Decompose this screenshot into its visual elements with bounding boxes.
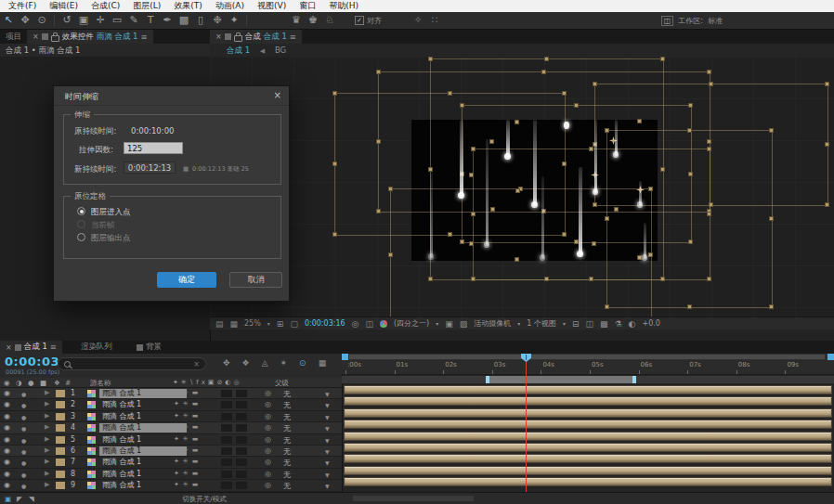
switch-box[interactable]	[236, 459, 247, 466]
switch-box[interactable]	[221, 401, 232, 408]
expand-arrow-icon[interactable]: ▶	[45, 470, 49, 477]
layer-handle[interactable]	[660, 57, 665, 61]
switch-box[interactable]	[236, 447, 247, 455]
layer-handle[interactable]	[515, 120, 519, 124]
layer-handle[interactable]	[332, 162, 337, 166]
switch-box[interactable]	[221, 436, 232, 444]
label-color-chip[interactable]	[56, 471, 65, 478]
parent-dropdown-icon[interactable]: ▼	[325, 472, 330, 478]
switch-box[interactable]	[221, 482, 232, 489]
layer-duration-bar-8[interactable]	[344, 466, 832, 475]
expand-arrow-icon[interactable]: ▶	[45, 481, 49, 488]
label-color-chip[interactable]	[56, 390, 65, 397]
eye-icon[interactable]: ◉	[4, 412, 10, 420]
layer-handle[interactable]	[707, 277, 711, 281]
layer-switches[interactable]: ✦✳▬	[174, 389, 202, 396]
expand-arrow-icon[interactable]: ▶	[45, 400, 49, 407]
menu-item-1[interactable]: 编辑(E)	[43, 0, 85, 12]
bottom-scrollbar[interactable]	[353, 496, 474, 501]
layer-handle[interactable]	[637, 119, 642, 123]
layer-handle[interactable]	[428, 57, 433, 61]
expand-arrow-icon[interactable]: ▶	[45, 412, 49, 420]
parent-value[interactable]: 无	[283, 446, 291, 457]
toggle-switches-label[interactable]: 切换开关/模式	[149, 495, 260, 504]
text-tool-icon[interactable]: T	[142, 12, 159, 29]
menu-item-8[interactable]: 帮助(H)	[322, 0, 365, 12]
parent-pickwhip-icon[interactable]: ◎	[265, 389, 271, 397]
resolution-value[interactable]: (四分之一)	[394, 318, 429, 329]
layer-row-7[interactable]: ◉●▶7雨滴 合成 1✦✳▬◎无▼	[0, 457, 342, 468]
layer-handle[interactable]	[469, 173, 474, 177]
flowchart-icon[interactable]: ⚗	[615, 319, 622, 329]
hand-tool-icon[interactable]: ✥	[17, 12, 33, 29]
parent-dropdown-icon[interactable]: ▼	[325, 391, 330, 397]
layer-duration-bar-9[interactable]	[344, 477, 832, 486]
views-dropdown-icon[interactable]: ▾	[563, 320, 566, 327]
layer-switches[interactable]: ✦✳▬	[174, 435, 202, 443]
parent-value[interactable]: 无	[283, 400, 291, 410]
exposure-value[interactable]: +0.0	[642, 319, 659, 328]
eye-icon[interactable]: ◉	[4, 435, 10, 444]
puppet-pin-tool-icon[interactable]: ✦	[226, 12, 242, 29]
expand-arrow-icon[interactable]: ▶	[45, 423, 49, 431]
menu-item-0[interactable]: 文件(F)	[2, 0, 43, 12]
magnification-icon[interactable]: ▦	[230, 319, 239, 329]
eye-icon[interactable]: ◉	[4, 446, 10, 455]
zoom-dropdown-icon[interactable]: ▾	[267, 320, 270, 327]
switch-box[interactable]	[221, 413, 232, 420]
switch-box[interactable]	[221, 447, 232, 455]
eye-icon[interactable]: ◉	[4, 470, 10, 478]
tab-bg-comp[interactable]: 背景	[131, 341, 167, 354]
channel-icon[interactable]	[380, 320, 387, 328]
scrollbar-right-handle[interactable]	[827, 354, 834, 360]
transparency-grid-icon[interactable]: ▨	[460, 319, 468, 329]
eye-icon[interactable]: ◉	[4, 389, 10, 397]
menu-item-3[interactable]: 图层(L)	[126, 0, 167, 12]
source-name-column[interactable]: 源名称	[90, 379, 111, 388]
time-ruler[interactable]: :00s01s02s03s04s05s06s07s08s09s10s	[342, 360, 834, 375]
audio-icon[interactable]: ●	[21, 437, 26, 444]
layer-handle[interactable]	[471, 277, 476, 281]
expand-arrow-icon[interactable]: ▶	[45, 446, 49, 454]
parent-pickwhip-icon[interactable]: ◎	[265, 446, 271, 455]
layer-handle[interactable]	[428, 167, 433, 172]
audio-icon[interactable]: ●	[21, 448, 26, 455]
switch-box[interactable]	[236, 471, 247, 478]
tab-render-queue[interactable]: 渲染队列	[75, 341, 118, 354]
layer-row-4[interactable]: ◉●▶4雨滴 合成 1✦✳▬◎无▼	[0, 422, 342, 433]
graph-editor-icon[interactable]: ⊙	[299, 358, 306, 368]
pixel-aspect-icon[interactable]: ⊟	[572, 319, 580, 329]
layer-row-3[interactable]: ◉●▶3雨滴 合成 1✦✳▬◎无▼	[0, 411, 342, 422]
pan-behind-tool-icon[interactable]: ✛	[92, 12, 109, 29]
scrollbar-track[interactable]	[349, 355, 825, 359]
layer-handle[interactable]	[825, 82, 829, 86]
rotate-tool-icon[interactable]: ↺	[59, 12, 75, 29]
parent-value[interactable]: 无	[283, 435, 291, 446]
zoom-level[interactable]: 25%	[244, 319, 261, 328]
parent-pickwhip-icon[interactable]: ◎	[265, 412, 271, 420]
snap-toggle[interactable]: ✓ 对齐	[355, 16, 382, 26]
always-preview-icon[interactable]: ▤	[215, 319, 224, 329]
brainstorm-icon[interactable]: ▦	[319, 358, 327, 368]
label-color-chip[interactable]	[56, 447, 65, 455]
snapshot-icon[interactable]: ◎	[352, 319, 359, 329]
switch-box[interactable]	[236, 413, 247, 420]
switch-box[interactable]	[221, 459, 232, 466]
work-area-bar[interactable]	[488, 376, 634, 383]
parent-dropdown-icon[interactable]: ▼	[325, 425, 330, 432]
frame-blending-icon[interactable]: ◬	[262, 358, 268, 368]
view-layout-value[interactable]: 1 个视图	[527, 318, 556, 329]
close-icon[interactable]: ×	[215, 32, 222, 41]
switch-box[interactable]	[236, 401, 247, 408]
audio-icon[interactable]: ●	[21, 402, 26, 408]
layer-handle[interactable]	[589, 277, 593, 281]
camera-view-value[interactable]: 活动摄像机	[474, 318, 511, 329]
layer-handle[interactable]	[769, 128, 774, 133]
tab-composition[interactable]: × 合成 合成 1 ≡	[210, 30, 302, 44]
layer-handle[interactable]	[544, 57, 549, 61]
comp-viewer[interactable]	[210, 57, 834, 317]
new-duration-field[interactable]: 0:00:12:13	[124, 162, 176, 174]
mask-tool-icon[interactable]: ▭	[109, 12, 125, 29]
ok-button[interactable]: 确定	[157, 272, 216, 288]
show-snapshot-icon[interactable]: ◫	[365, 319, 373, 329]
